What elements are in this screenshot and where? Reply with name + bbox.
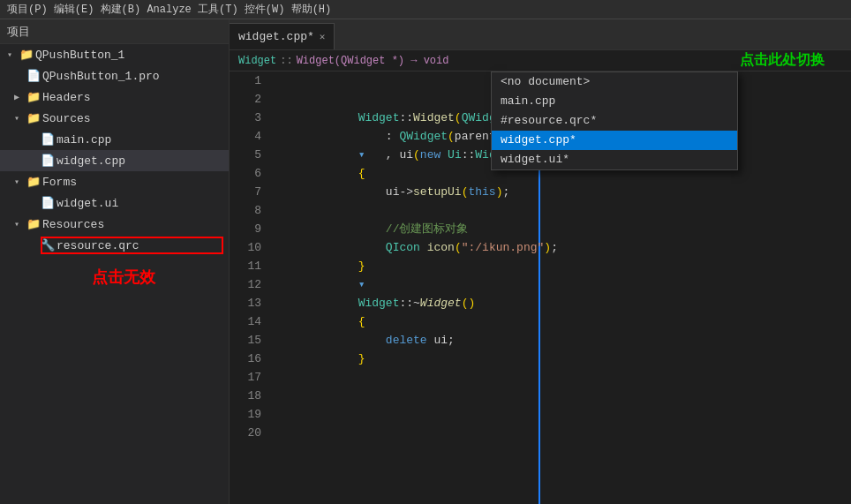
line-numbers: 1 2 3 4 5 6 7 8 9 10 11 12 13 14 15 16 1… bbox=[230, 71, 268, 504]
file-icon: 📄 bbox=[41, 196, 56, 210]
tree-label-headers: Headers bbox=[42, 91, 91, 104]
autocomplete-item-widgetui[interactable]: widget.ui* bbox=[492, 150, 737, 169]
folder-icon: 📁 bbox=[19, 48, 35, 62]
code-line-11: ▾ Widget::~Widget() bbox=[275, 257, 851, 275]
arrow-icon: ▾ bbox=[14, 113, 26, 124]
breadcrumb-class: Widget bbox=[238, 55, 276, 67]
content-area: widget.cpp* ✕ <no document> main.cpp #re… bbox=[230, 19, 851, 504]
sidebar: 项目 ▾ 📁 QPushButton_1 📄 QPushButton_1.pro… bbox=[0, 19, 230, 504]
line-num-3: 3 bbox=[230, 109, 261, 127]
line-num-7: 7 bbox=[230, 183, 261, 201]
code-line-15 bbox=[275, 331, 851, 350]
resource-icon: 🔧 bbox=[41, 238, 56, 252]
arrow-icon: ▾ bbox=[14, 177, 26, 187]
code-line-12: { bbox=[275, 275, 851, 294]
code-line-13: delete ui; bbox=[275, 294, 851, 312]
line-num-10: 10 bbox=[230, 238, 261, 257]
tree-item-widgetui[interactable]: 📄 widget.ui bbox=[0, 192, 229, 214]
line-num-8: 8 bbox=[230, 201, 261, 220]
tree-label-widgetcpp: widget.cpp bbox=[56, 154, 125, 168]
arrow-icon: ▶ bbox=[14, 92, 26, 102]
breadcrumb-sep: :: bbox=[280, 55, 292, 67]
fold-arrow-20 bbox=[358, 442, 371, 461]
tree-label-forms: Forms bbox=[42, 176, 77, 189]
line-num-16: 16 bbox=[230, 350, 261, 368]
folder-icon: 📁 bbox=[26, 217, 42, 231]
tab-bar: widget.cpp* ✕ <no document> main.cpp #re… bbox=[230, 19, 851, 50]
tree-item-pro[interactable]: 📄 QPushButton_1.pro bbox=[0, 65, 229, 87]
line-num-19: 19 bbox=[230, 405, 261, 424]
tree-item-sources[interactable]: ▾ 📁 Sources bbox=[0, 108, 229, 129]
file-icon: 📄 bbox=[26, 69, 42, 83]
line-num-15: 15 bbox=[230, 331, 261, 350]
autocomplete-dropdown[interactable]: <no document> main.cpp #resource.qrc* wi… bbox=[491, 71, 738, 170]
tree-item-resourceqrc[interactable]: 🔧 resource.qrc bbox=[0, 235, 229, 256]
code-line-14: } bbox=[275, 312, 851, 331]
tree-item-headers[interactable]: ▶ 📁 Headers bbox=[0, 87, 229, 108]
code-line-17 bbox=[275, 368, 851, 387]
tree-label-widgetui: widget.ui bbox=[56, 197, 118, 210]
arrow-icon: ▾ bbox=[7, 49, 19, 60]
autocomplete-item-nodoc[interactable]: <no document> bbox=[492, 72, 737, 92]
line-num-1: 1 bbox=[230, 71, 261, 90]
tree-label-pro: QPushButton_1.pro bbox=[42, 70, 160, 83]
green-annotation: 点击此处切换 bbox=[740, 51, 825, 70]
folder-icon: 📁 bbox=[26, 175, 42, 189]
folder-icon: 📁 bbox=[26, 111, 42, 125]
tab-label: widget.cpp* bbox=[238, 30, 314, 43]
tree-item-widgetcpp[interactable]: 📄 widget.cpp bbox=[0, 150, 229, 171]
breadcrumb-fn: Widget(QWidget *) → void bbox=[297, 55, 449, 67]
main-layout: 项目 ▾ 📁 QPushButton_1 📄 QPushButton_1.pro… bbox=[0, 19, 851, 504]
line-num-14: 14 bbox=[230, 312, 261, 331]
code-line-18 bbox=[275, 387, 851, 405]
line-num-13: 13 bbox=[230, 294, 261, 312]
file-icon: 📄 bbox=[41, 132, 56, 147]
line-num-20: 20 bbox=[230, 424, 261, 442]
tree-label-resourceqrc: resource.qrc bbox=[56, 239, 139, 252]
top-bar-menu[interactable]: 项目(P) 编辑(E) 构建(B) Analyze 工具(T) 控件(W) 帮助… bbox=[7, 2, 331, 17]
code-line-9: } bbox=[275, 220, 851, 238]
arrow-icon: ▾ bbox=[14, 219, 26, 229]
line-num-5: 5 bbox=[230, 146, 261, 164]
line-num-12: 12 bbox=[230, 275, 261, 294]
tab-widget-cpp[interactable]: widget.cpp* ✕ bbox=[230, 23, 335, 49]
code-line-10 bbox=[275, 238, 851, 257]
tree-item-maincpp[interactable]: 📄 main.cpp bbox=[0, 129, 229, 150]
autocomplete-item-maincpp[interactable]: main.cpp bbox=[492, 92, 737, 111]
line-num-17: 17 bbox=[230, 368, 261, 387]
tree-label-root: QPushButton_1 bbox=[35, 49, 124, 62]
line-num-6: 6 bbox=[230, 164, 261, 183]
code-line-7: //创建图标对象 bbox=[275, 183, 851, 201]
code-line-8: QIcon icon(":/ikun.png"); bbox=[275, 201, 851, 220]
tree-label-resources: Resources bbox=[42, 218, 104, 231]
line-num-11: 11 bbox=[230, 257, 261, 275]
red-annotation: 点击无效 bbox=[0, 256, 229, 291]
autocomplete-item-resourceqrc[interactable]: #resource.qrc* bbox=[492, 111, 737, 131]
close-icon[interactable]: ✕ bbox=[320, 31, 326, 42]
line-num-9: 9 bbox=[230, 220, 261, 238]
tree-item-resources[interactable]: ▾ 📁 Resources bbox=[0, 214, 229, 235]
code-line-20 bbox=[275, 424, 851, 442]
line-num-18: 18 bbox=[230, 387, 261, 405]
tree-label-maincpp: main.cpp bbox=[56, 133, 111, 147]
sidebar-header-label: 项目 bbox=[7, 24, 30, 40]
code-line-16 bbox=[275, 350, 851, 368]
autocomplete-item-widgetcpp[interactable]: widget.cpp* bbox=[492, 131, 737, 150]
code-line-19 bbox=[275, 405, 851, 424]
folder-icon: 📁 bbox=[26, 90, 42, 104]
line-num-2: 2 bbox=[230, 90, 261, 109]
line-num-4: 4 bbox=[230, 127, 261, 146]
top-bar: 项目(P) 编辑(E) 构建(B) Analyze 工具(T) 控件(W) 帮助… bbox=[0, 0, 851, 19]
file-icon: 📄 bbox=[41, 154, 56, 168]
tree-item-forms[interactable]: ▾ 📁 Forms bbox=[0, 171, 229, 192]
sidebar-header: 项目 bbox=[0, 19, 229, 44]
tree-label-sources: Sources bbox=[42, 112, 91, 125]
tree-item-root[interactable]: ▾ 📁 QPushButton_1 bbox=[0, 44, 229, 65]
